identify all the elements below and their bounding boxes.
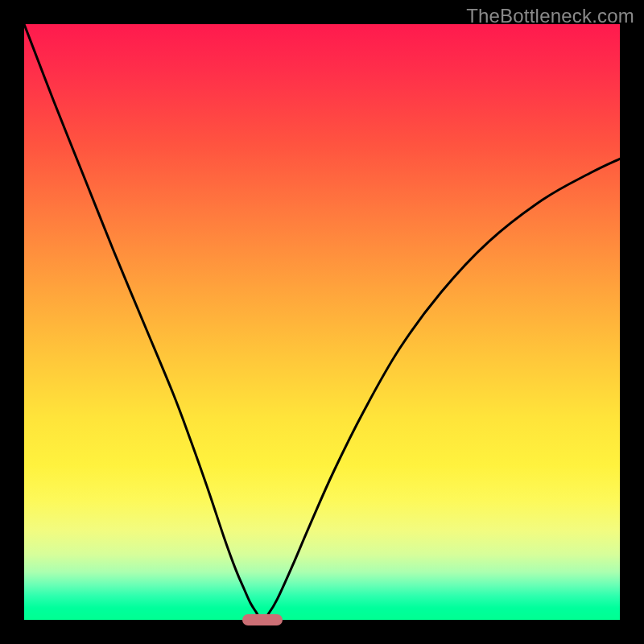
curve-layer (24, 24, 620, 620)
plot-area (24, 24, 620, 620)
chart-frame: TheBottleneck.com (0, 0, 644, 644)
bottleneck-curve-left (24, 24, 262, 620)
bottleneck-curve-right (262, 159, 620, 620)
optimal-marker (242, 614, 283, 625)
